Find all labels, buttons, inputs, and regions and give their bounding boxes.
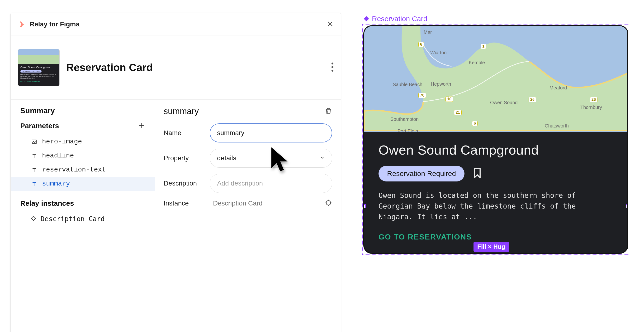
parameter-list: hero-image headline reservation-text <box>11 135 155 191</box>
svg-point-0 <box>332 63 334 64</box>
chevron-down-icon <box>320 154 325 162</box>
param-item-reservation-text[interactable]: reservation-text <box>11 163 155 177</box>
parameters-header: Parameters <box>11 122 155 135</box>
text-icon <box>31 167 38 173</box>
close-button[interactable] <box>326 20 334 28</box>
summary-heading: Summary <box>11 106 155 122</box>
param-item-hero-image[interactable]: hero-image <box>11 135 155 149</box>
component-name: Reservation Card <box>66 62 153 74</box>
selection-handle-left[interactable] <box>363 204 366 208</box>
hero-map: Mar Wiarton Kemble Sauble Beach Hepworth… <box>364 26 628 132</box>
component-badge-label: Reservation Card <box>372 15 427 23</box>
cta-link[interactable]: GO TO RESERVATIONS <box>378 233 613 241</box>
relay-logo-icon <box>18 20 26 28</box>
left-column: Summary Parameters hero-image <box>11 100 155 325</box>
form-title: summary <box>164 106 199 116</box>
add-parameter-button[interactable] <box>138 122 145 130</box>
property-select[interactable]: details <box>210 149 332 168</box>
reservation-chip: Reservation Required <box>378 166 464 182</box>
param-label: hero-image <box>42 138 82 145</box>
selection-handle-right[interactable] <box>626 204 628 208</box>
component-header: Owen Sound Campground Reservation Requir… <box>11 36 341 100</box>
description-input[interactable] <box>210 174 332 193</box>
instance-label: Description Card <box>40 215 105 223</box>
right-column: summary Name Property details <box>155 100 341 325</box>
meta-row: Reservation Required <box>378 166 613 182</box>
param-label: headline <box>42 152 74 159</box>
reservation-card: Mar Wiarton Kemble Sauble Beach Hepworth… <box>363 25 628 254</box>
relay-plugin-panel: Relay for Figma Owen Sound Campground Re… <box>10 13 341 332</box>
locate-instance-button[interactable] <box>324 199 332 208</box>
component-diamond-icon <box>363 16 370 22</box>
component-thumbnail: Owen Sound Campground Reservation Requir… <box>18 49 60 86</box>
design-canvas: Reservation Card Mar Wiarton Kemble Saub… <box>363 15 628 254</box>
map-place-sauble: Sauble Beach <box>393 82 422 87</box>
svg-point-1 <box>332 66 334 68</box>
text-icon <box>31 153 38 159</box>
image-icon <box>31 139 38 145</box>
instance-label-text: Instance <box>164 200 204 207</box>
param-item-summary[interactable]: summary <box>11 177 155 191</box>
panel-footer: No errors Share with developer <box>11 325 341 332</box>
svg-point-4 <box>326 201 331 205</box>
description-label: Description <box>164 180 204 187</box>
summary-selection-wrap: Owen Sound is located on the southern sh… <box>378 190 613 222</box>
svg-point-2 <box>332 70 334 72</box>
diamond-icon <box>31 215 36 223</box>
name-label: Name <box>164 129 204 137</box>
param-label: summary <box>42 180 70 187</box>
map-place-chatsworth: Chatsworth <box>545 123 569 129</box>
relay-instances-heading: Relay instances <box>11 191 155 212</box>
map-place-southampton: Southampton <box>390 116 419 122</box>
delete-button[interactable] <box>324 107 332 116</box>
plugin-title: Relay for Figma <box>30 21 80 28</box>
instance-item-description-card[interactable]: Description Card <box>11 212 155 226</box>
card-title: Owen Sound Campground <box>378 142 613 158</box>
card-summary-text: Owen Sound is located on the southern sh… <box>378 190 613 222</box>
param-item-headline[interactable]: headline <box>11 149 155 163</box>
more-menu-button[interactable] <box>331 62 334 73</box>
parameters-heading: Parameters <box>20 122 59 130</box>
bookmark-icon[interactable] <box>473 168 482 179</box>
name-input[interactable] <box>210 123 332 142</box>
selection-size-badge: Fill × Hug <box>474 242 509 252</box>
property-value: details <box>217 154 236 162</box>
param-label: reservation-text <box>42 166 106 173</box>
card-body: Owen Sound Campground Reservation Requir… <box>364 132 628 253</box>
map-place-wiarton: Wiarton <box>430 50 447 55</box>
property-label: Property <box>164 154 204 162</box>
map-place-mar: Mar <box>424 30 432 35</box>
map-place-portelgin: Port Elgin <box>398 128 418 132</box>
text-icon <box>31 181 38 187</box>
map-place-hepworth: Hepworth <box>431 81 451 87</box>
map-place-thornbury: Thornbury <box>580 105 602 110</box>
map-illustration <box>364 26 628 131</box>
map-place-kemble: Kemble <box>469 60 485 65</box>
map-place-meaford: Meaford <box>550 85 567 91</box>
component-badge[interactable]: Reservation Card <box>363 15 628 23</box>
map-place-owen: Owen Sound <box>490 100 518 105</box>
panel-body: Summary Parameters hero-image <box>11 100 341 325</box>
plugin-titlebar: Relay for Figma <box>11 13 341 36</box>
instance-value: Description Card <box>213 200 263 207</box>
